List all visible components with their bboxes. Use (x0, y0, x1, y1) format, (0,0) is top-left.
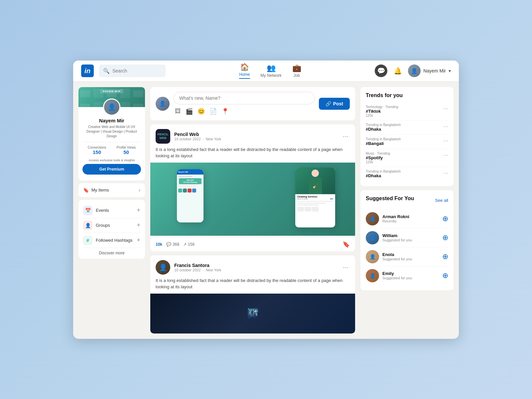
profile-name[interactable]: Nayem Mir (78, 118, 145, 123)
enola-avatar: 👤 (366, 250, 379, 263)
trend-more-icon[interactable]: ··· (441, 123, 448, 130)
trend-item-dhaka2[interactable]: Trending in Bangladesh #Dhaka ··· (366, 167, 448, 181)
add-enola-button[interactable]: ⊕ (442, 252, 448, 261)
trend-more-icon[interactable]: ··· (441, 170, 448, 177)
user-name: Nayem Mir (423, 68, 446, 73)
post-action-icons: 🖼 🎬 😊 📄 📍 (174, 107, 315, 116)
events-label: Events (96, 208, 109, 213)
pencil-web-meta: 10 october 2022 · New York (174, 137, 337, 141)
feed: 👤 🖼 🎬 😊 📄 📍 🔗 Post (150, 87, 355, 333)
post-input-area: 🖼 🎬 😊 📄 📍 (174, 92, 315, 116)
search-bar[interactable]: 🔍 (99, 65, 166, 77)
bookmark-icon: 🔖 (83, 188, 89, 193)
job-icon: 💼 (292, 64, 301, 72)
pencil-web-name[interactable]: Pencil Web (174, 132, 337, 137)
francis-more-options[interactable]: ··· (341, 262, 350, 272)
groups-icon: 👤 (83, 221, 92, 230)
user-menu[interactable]: 👤 Nayem Mir ▾ (408, 65, 451, 77)
francis-post-header: 👤 Francis Santora 10 october 2022 · New … (150, 255, 355, 277)
post-input[interactable] (174, 92, 315, 104)
connections-stat: Connections 150 (88, 146, 106, 155)
notifications-button[interactable]: 🔔 (391, 65, 404, 77)
views-label: Profile Views (117, 146, 136, 149)
phone-mockup-1: Nayem Mir 40% OFFOn First Cleaning (177, 169, 203, 222)
linkedin-logo[interactable]: in (81, 65, 94, 77)
share-button[interactable]: ↗ 156 (183, 242, 195, 247)
add-arman-button[interactable]: ⊕ (442, 214, 448, 223)
location-icon[interactable]: 📍 (220, 107, 230, 116)
nav-home[interactable]: 🏠 Home (239, 63, 250, 79)
main-nav: 🏠 Home 👥 My Network 💼 Job (171, 63, 369, 79)
sidebar-menu: 📅 Events + 👤 Groups + # Followed Hasht (78, 200, 145, 259)
nav-job[interactable]: 💼 Job (292, 64, 301, 78)
views-value: 50 (123, 149, 129, 155)
hashtags-menu-item[interactable]: # Followed Hashtags + (83, 233, 140, 248)
arman-name[interactable]: Arman Rokni (382, 214, 439, 219)
trend-item-tiktok[interactable]: Technology · Trending #Tiktok 125k ··· (366, 102, 448, 120)
comment-button[interactable]: 💬 368 (166, 242, 179, 247)
arrow-right-icon: › (139, 187, 140, 193)
connections-label: Connections (88, 146, 106, 149)
profile-title: Creative Web and Mobile UI UX Designer |… (78, 125, 145, 139)
william-sub: Suggested for you (382, 238, 439, 242)
header-right: 💬 🔔 👤 Nayem Mir ▾ (375, 65, 451, 77)
main-content: NAYEM MIR 👤 Nayem Mir Creative Web and M… (73, 82, 459, 339)
events-menu-item[interactable]: 📅 Events + (83, 203, 140, 218)
app-window: in 🔍 🏠 Home 👥 My Network 💼 Job 💬 🔔 (73, 61, 459, 339)
right-panel: Trends for you Technology · Trending #Ti… (360, 87, 454, 290)
trend-item-bangali[interactable]: Trending in Bangladesh #Bangali ··· (366, 135, 448, 149)
profile-views-stat: Profile Views 50 (117, 146, 136, 155)
emoji-icon[interactable]: 😊 (196, 107, 206, 116)
search-input[interactable] (112, 68, 162, 73)
groups-add-icon[interactable]: + (137, 222, 140, 229)
video-attach-icon[interactable]: 🎬 (184, 107, 194, 116)
post-btn-label: Post (333, 101, 343, 106)
discover-more-link[interactable]: Discover more (83, 251, 140, 255)
nav-network[interactable]: 👥 My Network (261, 64, 282, 78)
hashtags-label: Followed Hashtags (96, 238, 133, 243)
william-name[interactable]: William (382, 233, 439, 238)
messenger-button[interactable]: 💬 (375, 65, 387, 77)
trend-item-spotify[interactable]: Music · Trending #Spotify 125k ··· (366, 149, 448, 167)
save-post-button[interactable]: 🔖 (342, 241, 350, 248)
job-label: Job (294, 73, 300, 78)
suggested-emily: 👤 Emily Suggested for you ⊕ (366, 266, 448, 285)
see-all-link[interactable]: See all (435, 198, 448, 203)
home-label: Home (239, 72, 250, 77)
francis-name[interactable]: Francis Santora (174, 263, 337, 268)
enola-name[interactable]: Enola (382, 252, 439, 257)
network-label: My Network (261, 73, 282, 78)
post-link-icon: 🔗 (326, 101, 331, 106)
post-button[interactable]: 🔗 Post (319, 98, 350, 110)
trend-more-icon[interactable]: ··· (441, 105, 448, 112)
trends-card: Trends for you Technology · Trending #Ti… (360, 87, 454, 186)
suggested-card: Suggested For You See all 👤 Arman Rokni … (360, 190, 454, 290)
home-icon: 🏠 (240, 63, 249, 71)
events-add-icon[interactable]: + (137, 207, 140, 214)
emily-avatar: 👤 (366, 269, 379, 282)
left-panel: NAYEM MIR 👤 Nayem Mir Creative Web and M… (78, 87, 145, 259)
document-icon[interactable]: 📄 (208, 107, 218, 116)
add-emily-button[interactable]: ⊕ (442, 271, 448, 280)
get-premium-button[interactable]: Get Premium (82, 164, 141, 175)
network-icon: 👥 (267, 64, 276, 72)
groups-menu-item[interactable]: 👤 Groups + (83, 218, 140, 233)
hashtags-add-icon[interactable]: + (137, 237, 140, 244)
trend-more-icon[interactable]: ··· (441, 137, 448, 144)
francis-meta: 10 october 2022 · New York (174, 268, 337, 272)
search-icon: 🔍 (103, 68, 110, 74)
emily-name[interactable]: Emily (382, 271, 439, 276)
like-count: 10k (156, 242, 162, 247)
arman-avatar: 👤 (366, 212, 379, 225)
add-william-button[interactable]: ⊕ (442, 233, 448, 242)
my-items[interactable]: 🔖 My Items › (78, 183, 145, 197)
francis-text: It is a long established fact that a rea… (150, 277, 355, 294)
trend-more-icon[interactable]: ··· (441, 152, 448, 159)
post-more-options[interactable]: ··· (341, 131, 350, 141)
image-attach-icon[interactable]: 🖼 (174, 107, 182, 116)
comment-count: 368 (173, 242, 179, 247)
post-engagement: 10k 💬 368 ↗ 156 🔖 (150, 237, 355, 251)
avatar-image: 👤 (408, 65, 421, 77)
profile-avatar: 👤 (103, 98, 120, 116)
trend-item-dhaka1[interactable]: Trending in Bangladesh #Dhaka ··· (366, 120, 448, 135)
